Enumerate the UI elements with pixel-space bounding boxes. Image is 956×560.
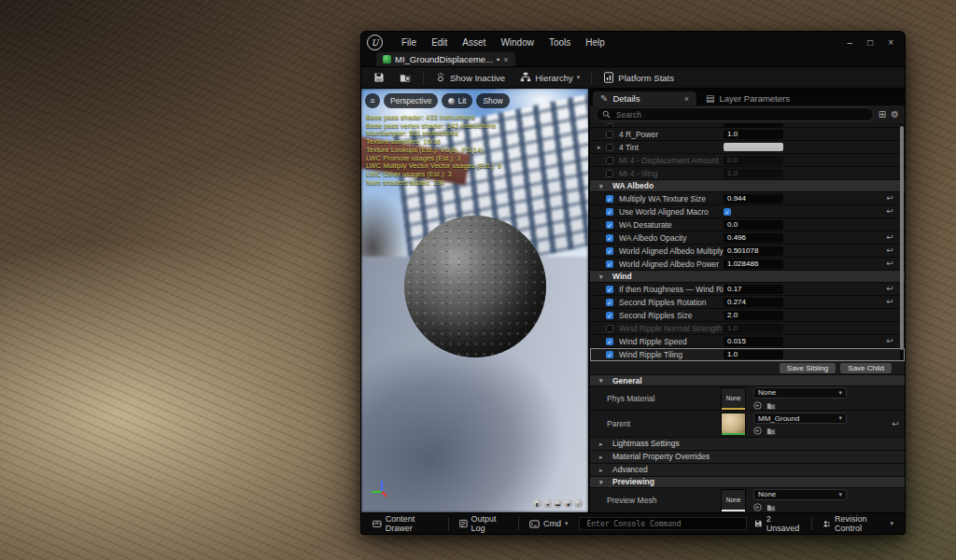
menu-item-file[interactable]: File: [394, 37, 424, 48]
scrollbar-thumb[interactable]: [900, 126, 904, 350]
browse-asset-icon[interactable]: [766, 503, 776, 511]
parameter-row-wind-ripple-tiling[interactable]: ✓Wind Ripple Tiling1.0: [590, 348, 905, 361]
save-child-button[interactable]: Save Child: [840, 363, 892, 373]
parameter-row-wa-desaturate[interactable]: ✓WA Desaturate0.0: [590, 218, 905, 231]
menu-item-edit[interactable]: Edit: [424, 37, 455, 48]
hierarchy-button[interactable]: Hierarchy ▾: [513, 67, 586, 88]
use-selected-asset-icon[interactable]: [753, 503, 762, 511]
platform-stats-button[interactable]: Platform Stats: [597, 67, 681, 88]
parameter-row-4-r-power[interactable]: 4 R_Power1.0: [590, 128, 905, 141]
collapsed-section-material-property-overrides[interactable]: ▸Material Property Overrides: [590, 451, 905, 464]
use-selected-asset-icon[interactable]: [753, 401, 762, 410]
phys-material-dropdown[interactable]: None ▾: [753, 387, 847, 399]
reset-to-default-icon[interactable]: ↩: [880, 246, 899, 255]
search-input[interactable]: [614, 109, 867, 120]
console-command-input[interactable]: [584, 519, 741, 529]
maximize-button[interactable]: □: [867, 37, 873, 48]
category-general[interactable]: ▾ General: [590, 375, 905, 386]
menu-item-help[interactable]: Help: [578, 37, 612, 48]
parameter-row-wind-ripple-normal-strength[interactable]: Wind Ripple Normal Strength1.0: [590, 322, 905, 335]
parameter-row-second-ripples-size[interactable]: ✓Second Ripples Size2.0: [590, 309, 905, 322]
scrollbar[interactable]: [900, 124, 904, 360]
show-inactive-button[interactable]: Show Inactive: [429, 67, 512, 88]
console-command-box[interactable]: [579, 517, 747, 530]
revision-control-button[interactable]: Revision Control ▾: [815, 513, 901, 534]
parameter-value-field[interactable]: 0.015: [724, 337, 783, 346]
perspective-button[interactable]: Perspective: [384, 93, 438, 108]
settings-gear-icon[interactable]: ⚙: [891, 110, 899, 119]
collapsed-section-lightmass-settings[interactable]: ▸Lightmass Settings: [590, 438, 905, 451]
browse-asset-icon[interactable]: [766, 401, 776, 410]
override-checkbox[interactable]: ✓: [606, 208, 613, 216]
override-checkbox[interactable]: ✓: [606, 312, 613, 319]
reset-to-default-icon[interactable]: ↩: [880, 298, 899, 306]
parameter-value-field[interactable]: 1.0: [724, 350, 783, 359]
preview-viewport[interactable]: ≡ Perspective Lit Show Base pass shader:…: [361, 89, 588, 512]
display-filter-grid-icon[interactable]: ⊞: [879, 110, 886, 119]
parameter-row-mi-4-displacement-amount[interactable]: MI 4 - Displacement Amount0.0: [590, 154, 905, 167]
category-wind[interactable]: ▾Wind: [590, 271, 905, 283]
override-checkbox[interactable]: ✓: [606, 234, 613, 242]
menu-item-window[interactable]: Window: [493, 37, 541, 48]
parameter-value-field[interactable]: 0.0: [724, 156, 783, 165]
parameter-value-field[interactable]: 1.0: [724, 324, 783, 333]
tab-details[interactable]: ✎ Details ×: [593, 91, 696, 105]
value-checkbox[interactable]: ✓: [724, 208, 731, 216]
parameter-row-second-ripples-rotation[interactable]: ✓Second Ripples Rotation0.274↩: [590, 296, 905, 309]
parameter-value-field[interactable]: 0.501078: [724, 246, 783, 256]
override-checkbox[interactable]: ✓: [606, 195, 613, 203]
override-checkbox[interactable]: [606, 131, 613, 138]
override-checkbox[interactable]: ✓: [606, 338, 613, 345]
phys-material-thumbnail[interactable]: None: [721, 387, 746, 410]
parameter-value-field[interactable]: 0.944: [724, 194, 783, 203]
reset-to-default-icon[interactable]: ↩: [886, 420, 905, 428]
minimize-button[interactable]: –: [848, 37, 853, 48]
asset-tab[interactable]: MI_GroundDisplaceme... • ×: [376, 52, 515, 66]
override-checkbox[interactable]: [606, 157, 613, 164]
use-selected-asset-icon[interactable]: [753, 427, 762, 435]
override-checkbox[interactable]: [606, 144, 613, 151]
parameter-value-field[interactable]: 1.0: [724, 130, 783, 139]
reset-to-default-icon[interactable]: ↩: [880, 259, 899, 268]
override-checkbox[interactable]: ✓: [606, 247, 613, 255]
reset-to-default-icon[interactable]: ↩: [880, 194, 899, 203]
expander-icon[interactable]: ▸: [598, 144, 606, 150]
category-previewing[interactable]: ▾ Previewing: [590, 477, 905, 488]
material-preview-sphere[interactable]: [404, 216, 546, 357]
parameter-row-multiply-wa-texture-size[interactable]: ✓Multiply WA Texture Size0.944↩: [590, 192, 905, 205]
title-bar[interactable]: U FileEditAssetWindowToolsHelp – □ ×: [361, 32, 905, 51]
cmd-dropdown[interactable]: Cmd ▾: [522, 513, 576, 534]
parameter-value-field[interactable]: 2.0: [724, 311, 783, 320]
override-checkbox[interactable]: [606, 170, 613, 177]
search-box[interactable]: [596, 107, 874, 121]
browse-to-asset-button[interactable]: [393, 67, 418, 88]
parameter-value-field[interactable]: 1.028486: [724, 259, 783, 269]
parameter-row-mi-4-tiling[interactable]: MI 4 - tiling1.0: [590, 167, 905, 180]
cylinder-preview-button[interactable]: ▮: [533, 499, 541, 508]
parameter-row-world-aligned-albedo-power[interactable]: ✓World Aligned Albedo Power1.028486↩: [590, 258, 905, 271]
parent-dropdown[interactable]: MM_Ground ▾: [753, 413, 847, 424]
collapsed-section-advanced[interactable]: ▸Advanced: [590, 464, 905, 477]
lit-mode-button[interactable]: Lit: [442, 93, 472, 108]
override-checkbox[interactable]: ✓: [606, 221, 613, 229]
override-checkbox[interactable]: ✓: [606, 286, 613, 293]
preview-mesh-thumbnail[interactable]: None: [721, 489, 746, 511]
unsaved-assets-button[interactable]: 2 Unsaved: [747, 513, 808, 534]
parameter-row-wa-albedo-opacity[interactable]: ✓WA Albedo Opacity0.496↩: [590, 231, 905, 245]
category-wa-albedo[interactable]: ▾WA Albedo: [590, 180, 905, 192]
output-log-button[interactable]: Output Log: [452, 513, 515, 534]
close-button[interactable]: ×: [888, 37, 893, 48]
preview-mesh-dropdown[interactable]: None ▾: [753, 489, 847, 500]
details-tab-close-icon[interactable]: ×: [684, 94, 689, 104]
tab-close-icon[interactable]: ×: [503, 55, 508, 64]
content-drawer-button[interactable]: Content Drawer: [365, 513, 445, 534]
color-swatch[interactable]: [724, 143, 783, 151]
parameter-value-field[interactable]: 0.274: [724, 298, 783, 307]
save-sibling-button[interactable]: Save Sibling: [780, 363, 836, 373]
parameter-value-field[interactable]: 0.496: [724, 233, 783, 243]
custom-mesh-preview-button[interactable]: ✓: [574, 499, 583, 508]
tab-layer-parameters[interactable]: ▤ Layer Parameters: [698, 91, 797, 105]
parameter-row-if-then-roughness-wind-ripple[interactable]: ✓If then Roughness — Wind Ripple0.17↩: [590, 283, 905, 296]
parameter-value-field[interactable]: 0.0: [724, 220, 783, 230]
reset-to-default-icon[interactable]: ↩: [880, 233, 899, 242]
